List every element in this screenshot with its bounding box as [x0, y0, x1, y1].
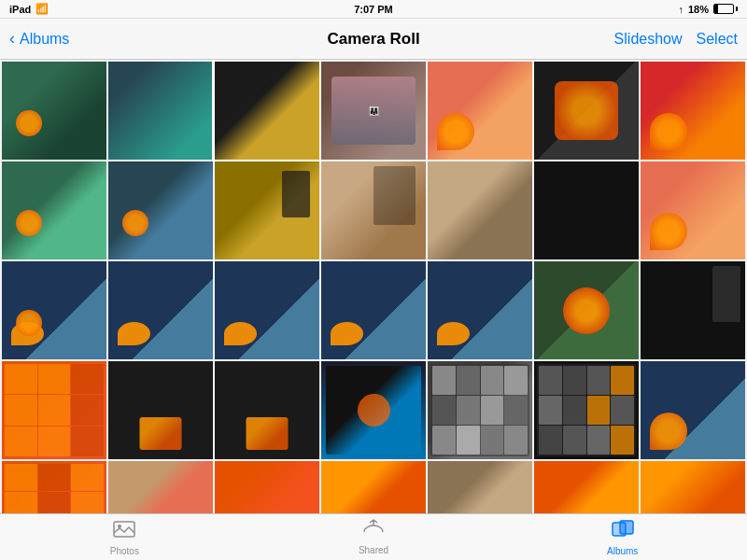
wifi-icon: 📶	[35, 3, 49, 15]
list-item[interactable]	[641, 62, 745, 160]
list-item[interactable]	[2, 62, 106, 160]
back-button[interactable]: ‹ Albums	[9, 29, 69, 49]
list-item[interactable]	[108, 361, 213, 459]
list-item[interactable]	[215, 161, 319, 259]
svg-rect-4	[620, 521, 633, 534]
albums-icon	[612, 518, 634, 544]
status-left: iPad 📶	[9, 3, 49, 15]
photo-row	[2, 361, 745, 459]
list-item[interactable]	[215, 461, 319, 513]
list-item[interactable]	[2, 261, 106, 359]
chevron-left-icon: ‹	[9, 29, 15, 49]
photo-grid: 👨‍👩‍👧	[0, 60, 747, 513]
list-item[interactable]	[641, 361, 745, 459]
photo-row: 👨‍👩‍👧	[2, 62, 745, 160]
photo-row	[2, 461, 745, 513]
list-item[interactable]	[428, 361, 532, 459]
list-item[interactable]	[534, 361, 639, 459]
list-item[interactable]	[428, 62, 532, 160]
photos-icon	[113, 518, 135, 544]
photo-row	[2, 261, 745, 359]
slideshow-button[interactable]: Slideshow	[614, 31, 683, 48]
list-item[interactable]	[534, 161, 639, 259]
list-item[interactable]	[534, 62, 639, 160]
status-bar: iPad 📶 7:07 PM ↑ 18%	[0, 0, 747, 19]
tab-shared[interactable]: Shared	[249, 519, 499, 555]
nav-actions: Slideshow Select	[614, 31, 738, 48]
tab-photos-label: Photos	[110, 546, 139, 556]
list-item[interactable]: 👨‍👩‍👧	[321, 62, 426, 160]
battery-label: 18%	[688, 4, 709, 15]
list-item[interactable]	[641, 161, 745, 259]
status-time: 7:07 PM	[354, 4, 393, 15]
list-item[interactable]	[321, 461, 426, 513]
photo-row	[2, 161, 745, 259]
list-item[interactable]	[641, 261, 745, 359]
tab-photos[interactable]: Photos	[0, 518, 249, 556]
arrow-icon: ↑	[678, 4, 684, 15]
list-item[interactable]	[641, 461, 745, 513]
list-item[interactable]	[321, 361, 426, 459]
list-item[interactable]	[2, 161, 106, 259]
page-title: Camera Roll	[327, 30, 419, 49]
nav-bar: ‹ Albums Camera Roll Slideshow Select	[0, 19, 747, 60]
device-label: iPad	[9, 4, 31, 15]
status-right: ↑ 18%	[678, 4, 738, 15]
list-item[interactable]	[2, 461, 106, 513]
list-item[interactable]	[108, 461, 213, 513]
tab-albums[interactable]: Albums	[498, 518, 747, 556]
list-item[interactable]	[108, 161, 213, 259]
back-label: Albums	[20, 31, 69, 48]
tab-shared-label: Shared	[359, 545, 388, 555]
tab-bar: Photos Shared Albums	[0, 513, 747, 560]
list-item[interactable]	[321, 261, 426, 359]
list-item[interactable]	[215, 361, 319, 459]
list-item[interactable]	[2, 361, 106, 459]
list-item[interactable]	[428, 461, 532, 513]
list-item[interactable]	[534, 261, 639, 359]
battery-indicator	[713, 4, 738, 14]
select-button[interactable]: Select	[697, 31, 738, 48]
list-item[interactable]	[428, 161, 532, 259]
list-item[interactable]	[321, 161, 426, 259]
list-item[interactable]	[215, 261, 319, 359]
list-item[interactable]	[108, 62, 213, 160]
list-item[interactable]	[428, 261, 532, 359]
tab-albums-label: Albums	[607, 546, 638, 556]
list-item[interactable]	[534, 461, 639, 513]
list-item[interactable]	[108, 261, 213, 359]
shared-icon	[361, 519, 386, 543]
list-item[interactable]	[215, 62, 319, 160]
